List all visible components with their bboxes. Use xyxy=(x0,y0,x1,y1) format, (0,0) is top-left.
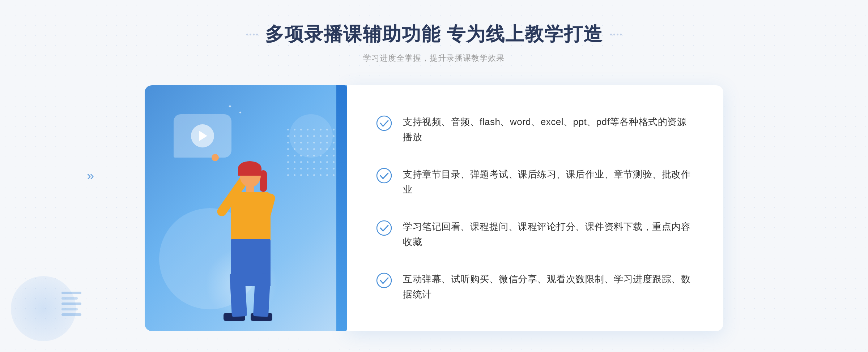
dot-2 xyxy=(250,34,251,35)
grid-dot xyxy=(300,161,302,163)
grid-dot xyxy=(287,148,289,150)
person-body xyxy=(231,192,271,242)
sparkle-2: ✦ xyxy=(239,111,242,115)
accent-bar xyxy=(336,85,347,331)
svg-point-1 xyxy=(377,168,391,183)
grid-dot xyxy=(287,129,289,130)
header-section: 多项录播课辅助功能 专为线上教学打造 学习进度全掌握，提升录播课教学效果 xyxy=(246,22,622,64)
grid-dot xyxy=(300,168,302,169)
svg-point-2 xyxy=(377,221,391,235)
svg-point-0 xyxy=(377,116,391,130)
grid-dot xyxy=(333,168,335,169)
dot-5 xyxy=(610,34,612,35)
grid-dot xyxy=(307,174,309,176)
grid-dot xyxy=(320,174,322,176)
feature-text-4: 互动弹幕、试听购买、微信分享、观看次数限制、学习进度跟踪、数据统计 xyxy=(403,272,694,302)
page-title: 多项录播课辅助功能 专为线上教学打造 xyxy=(265,22,603,47)
feature-text-2: 支持章节目录、弹题考试、课后练习、课后作业、章节测验、批改作业 xyxy=(403,167,694,197)
left-chevron-icon: » xyxy=(87,168,94,184)
feature-item-4: 互动弹幕、试听购买、微信分享、观看次数限制、学习进度跟踪、数据统计 xyxy=(376,265,694,309)
grid-dot xyxy=(326,174,328,176)
dot-1 xyxy=(246,34,248,35)
dot-8 xyxy=(620,34,622,35)
feature-item-3: 学习笔记回看、课程提问、课程评论打分、课件资料下载，重点内容收藏 xyxy=(376,212,694,257)
person-leg-right xyxy=(253,273,271,317)
grid-dot xyxy=(326,161,328,163)
content-area: ✦ ✦ xyxy=(145,85,723,331)
person-hand-left xyxy=(212,154,219,161)
grid-dot xyxy=(313,161,315,163)
grid-dot xyxy=(333,161,335,163)
dot-4 xyxy=(256,34,258,35)
grid-dot xyxy=(333,148,335,150)
play-icon-circle xyxy=(191,124,214,147)
person-leg-left xyxy=(230,273,247,317)
grid-dot xyxy=(333,174,335,176)
title-row: 多项录播课辅助功能 专为线上教学打造 xyxy=(246,22,622,47)
grid-dot xyxy=(313,168,315,169)
person-figure xyxy=(204,150,298,331)
check-icon-2 xyxy=(376,168,392,184)
dot-3 xyxy=(253,34,255,35)
grid-dot xyxy=(307,161,309,163)
grid-dot xyxy=(333,129,335,130)
person-hair xyxy=(238,161,261,176)
page-subtitle: 学习进度全掌握，提升录播课教学效果 xyxy=(246,53,622,64)
grid-dot xyxy=(326,155,328,156)
feature-text-3: 学习笔记回看、课程提问、课程评论打分、课件资料下载，重点内容收藏 xyxy=(403,219,694,249)
grid-dot xyxy=(307,168,309,169)
grid-dot xyxy=(320,161,322,163)
dot-6 xyxy=(613,34,615,35)
feature-item-2: 支持章节目录、弹题考试、课后练习、课后作业、章节测验、批改作业 xyxy=(376,160,694,204)
check-icon-3 xyxy=(376,220,392,236)
stripe-5 xyxy=(61,313,81,316)
left-illustration-panel: ✦ ✦ xyxy=(145,85,347,331)
grid-dot xyxy=(287,142,289,143)
grid-dot xyxy=(320,168,322,169)
sparkle-1: ✦ xyxy=(228,103,232,109)
stripe-4 xyxy=(61,308,78,310)
grid-dot xyxy=(333,135,335,137)
title-decorator-left xyxy=(246,34,258,35)
grid-dot xyxy=(313,174,315,176)
grid-dot xyxy=(333,142,335,143)
svg-point-3 xyxy=(377,273,391,288)
dot-7 xyxy=(617,34,618,35)
features-panel: 支持视频、音频、flash、word、excel、ppt、pdf等各种格式的资源… xyxy=(347,85,723,331)
grid-dot xyxy=(333,155,335,156)
panel-inner: ✦ ✦ xyxy=(145,85,347,331)
main-container: 多项录播课辅助功能 专为线上教学打造 学习进度全掌握，提升录播课教学效果 » xyxy=(0,0,868,352)
stripe-3 xyxy=(61,302,81,305)
stripe-2 xyxy=(61,297,78,300)
stripes-decoration xyxy=(61,292,81,316)
play-triangle-icon xyxy=(199,131,207,141)
grid-dot xyxy=(326,168,328,169)
grid-dot xyxy=(300,174,302,176)
feature-text-1: 支持视频、音频、flash、word、excel、ppt、pdf等各种格式的资源… xyxy=(403,115,694,145)
title-decorator-right xyxy=(610,34,622,35)
stripe-1 xyxy=(61,292,81,294)
check-icon-1 xyxy=(376,115,392,131)
feature-item-1: 支持视频、音频、flash、word、excel、ppt、pdf等各种格式的资源… xyxy=(376,107,694,152)
check-icon-4 xyxy=(376,272,392,288)
grid-dot xyxy=(287,135,289,137)
